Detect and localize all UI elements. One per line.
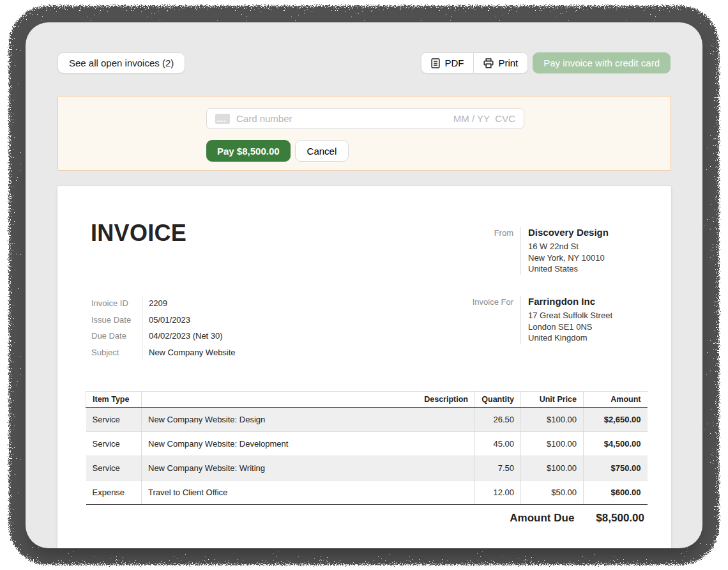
invoice-for-info: Farringdon Inc 17 Great Suffolk StreetLo… bbox=[521, 296, 644, 344]
amount-due-row: Amount Due $8,500.00 bbox=[510, 512, 644, 525]
item-type-cell: Expense bbox=[86, 481, 142, 505]
quantity-cell: 12.00 bbox=[475, 481, 521, 505]
table-row: Expense Travel to Client Office 12.00 $5… bbox=[86, 481, 648, 505]
card-cvc-input[interactable] bbox=[490, 113, 515, 124]
from-info: Discovery Design 16 W 22nd StNew York, N… bbox=[521, 227, 644, 275]
address-line: United States bbox=[528, 263, 644, 275]
meta-value: New Company Website bbox=[142, 344, 236, 361]
table-row: Service New Company Website: Development… bbox=[86, 432, 648, 456]
meta-value: 05/01/2023 bbox=[142, 312, 190, 328]
table-row: Service New Company Website: Design 26.5… bbox=[86, 408, 648, 432]
column-header: Unit Price bbox=[521, 392, 584, 408]
column-header: Amount bbox=[584, 392, 648, 408]
pdf-label: PDF bbox=[444, 58, 464, 68]
from-name: Discovery Design bbox=[528, 227, 644, 238]
meta-value: 2209 bbox=[142, 295, 167, 312]
address-line: 16 W 22nd St bbox=[528, 241, 644, 252]
description-cell: New Company Website: Writing bbox=[142, 456, 475, 481]
table-body: Service New Company Website: Design 26.5… bbox=[86, 408, 648, 505]
pdf-button[interactable]: PDF bbox=[421, 53, 473, 73]
pdf-document-icon bbox=[431, 58, 440, 68]
invoice-meta: Invoice ID 2209 Issue Date 05/01/2023 Du… bbox=[91, 295, 236, 360]
invoice-meta-row: Due Date 04/02/2023 (Net 30) bbox=[91, 328, 236, 344]
amount-due-value: $8,500.00 bbox=[596, 512, 644, 525]
card-number-input[interactable] bbox=[236, 113, 449, 124]
description-cell: New Company Website: Design bbox=[142, 408, 475, 432]
unit-price-cell: $100.00 bbox=[521, 408, 584, 432]
item-type-cell: Service bbox=[86, 432, 142, 456]
cancel-button[interactable]: Cancel bbox=[295, 140, 349, 162]
meta-label: Invoice ID bbox=[91, 295, 142, 312]
item-type-cell: Service bbox=[86, 456, 142, 481]
pay-invoice-with-credit-card-button[interactable]: Pay invoice with credit card bbox=[533, 52, 671, 73]
unit-price-cell: $100.00 bbox=[521, 432, 584, 456]
payment-panel: Pay $8,500.00 Cancel bbox=[57, 96, 671, 171]
invoice-meta-row: Invoice ID 2209 bbox=[91, 295, 236, 312]
column-header: Item Type bbox=[86, 392, 142, 408]
payment-actions: Pay $8,500.00 Cancel bbox=[206, 140, 349, 162]
export-segmented-control: PDF Print bbox=[421, 52, 528, 73]
from-address: 16 W 22nd StNew York, NY 10010United Sta… bbox=[528, 241, 644, 275]
item-type-cell: Service bbox=[86, 408, 142, 432]
amount-cell: $600.00 bbox=[584, 481, 648, 505]
table-header: Item TypeDescriptionQuantityUnit PriceAm… bbox=[86, 392, 648, 408]
invoice-from-block: From Discovery Design 16 W 22nd StNew Yo… bbox=[57, 227, 644, 275]
column-header: Quantity bbox=[475, 392, 521, 408]
card-details-field[interactable] bbox=[206, 108, 524, 129]
table-row: Service New Company Website: Writing 7.5… bbox=[86, 456, 648, 481]
amount-cell: $750.00 bbox=[584, 456, 648, 481]
amount-due-label: Amount Due bbox=[510, 512, 574, 525]
address-line: New York, NY 10010 bbox=[528, 252, 644, 264]
address-line: 17 Great Suffolk Street bbox=[528, 310, 644, 321]
app-window: See all open invoices (2) PDF bbox=[26, 22, 702, 548]
meta-label: Due Date bbox=[91, 328, 142, 344]
amount-cell: $4,500.00 bbox=[584, 432, 648, 456]
amount-cell: $2,650.00 bbox=[584, 408, 648, 432]
meta-label: Issue Date bbox=[91, 312, 142, 328]
invoice-meta-row: Subject New Company Website bbox=[91, 344, 236, 361]
quantity-cell: 7.50 bbox=[475, 456, 521, 481]
invoice-for-address: 17 Great Suffolk StreetLondon SE1 0NSUni… bbox=[528, 310, 644, 344]
invoice-document: INVOICE From Discovery Design 16 W 22nd … bbox=[57, 186, 671, 548]
toolbar-actions: PDF Print Pay invoice with credit card bbox=[421, 52, 671, 73]
invoice-line-items-table: Item TypeDescriptionQuantityUnit PriceAm… bbox=[86, 391, 648, 505]
print-label: Print bbox=[498, 58, 518, 68]
from-label: From bbox=[57, 227, 520, 275]
invoice-for-name: Farringdon Inc bbox=[528, 296, 644, 307]
meta-value: 04/02/2023 (Net 30) bbox=[142, 328, 223, 344]
invoice-meta-row: Issue Date 05/01/2023 bbox=[91, 312, 236, 328]
address-line: United Kingdom bbox=[528, 332, 644, 344]
card-expiry-input[interactable] bbox=[449, 113, 490, 124]
toolbar: See all open invoices (2) PDF bbox=[57, 52, 671, 73]
address-line: London SE1 0NS bbox=[528, 321, 644, 333]
quantity-cell: 45.00 bbox=[475, 432, 521, 456]
column-header: Description bbox=[142, 392, 475, 408]
see-all-open-invoices-button[interactable]: See all open invoices (2) bbox=[57, 52, 185, 73]
pay-amount-button[interactable]: Pay $8,500.00 bbox=[206, 140, 291, 162]
description-cell: Travel to Client Office bbox=[142, 481, 475, 505]
table-header-row: Item TypeDescriptionQuantityUnit PriceAm… bbox=[86, 392, 648, 408]
unit-price-cell: $50.00 bbox=[521, 481, 584, 505]
unit-price-cell: $100.00 bbox=[521, 456, 584, 481]
description-cell: New Company Website: Development bbox=[142, 432, 475, 456]
meta-label: Subject bbox=[91, 344, 142, 361]
quantity-cell: 26.50 bbox=[475, 408, 521, 432]
credit-card-icon bbox=[215, 114, 230, 124]
printer-icon bbox=[483, 58, 494, 68]
print-button[interactable]: Print bbox=[473, 53, 527, 73]
